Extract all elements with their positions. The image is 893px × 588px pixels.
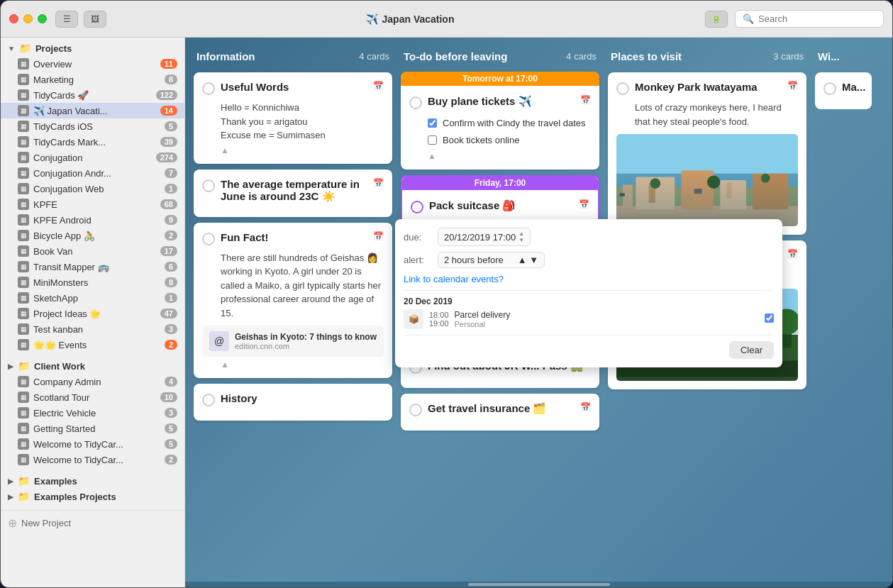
column-places-header: Places to visit 3 cards	[608, 46, 806, 67]
search-bar[interactable]: 🔍	[735, 10, 884, 28]
cindy-checkbox[interactable]	[428, 118, 437, 128]
book-checkbox[interactable]	[428, 135, 437, 145]
card-cal-icon-temp[interactable]: 📅	[373, 178, 384, 188]
card-cal-icon-monkey[interactable]: 📅	[787, 81, 798, 91]
book-label: Book tickets online	[443, 133, 519, 148]
examples-chevron: ▶	[8, 477, 13, 485]
card-circle-pack[interactable]	[411, 201, 423, 213]
alert-value: 2 hours before	[444, 255, 504, 265]
sidebar-item-bicycle[interactable]: ▦ Bicycle App 🚴 2	[1, 228, 184, 243]
examples-group-header[interactable]: ▶ 📁 Examples	[1, 473, 184, 489]
sidebar-item-test-kanban[interactable]: ▦ Test kanban 3	[1, 321, 184, 337]
examples-projects-header[interactable]: ▶ 📁 Examples Projects	[1, 489, 184, 504]
minimize-button[interactable]	[23, 14, 33, 23]
horizontal-scrollbar[interactable]	[185, 582, 892, 587]
scrollbar-thumb[interactable]	[468, 583, 610, 586]
card-circle-history[interactable]	[202, 394, 215, 406]
sidebar-item-conjugation[interactable]: ▦ Conjugation 274	[1, 150, 184, 165]
japan-label: ✈️ Japan Vacati...	[33, 106, 156, 116]
welcome-1-badge: 5	[165, 439, 177, 449]
stepper-up[interactable]: ▲	[518, 231, 524, 237]
tidycards-icon: ▦	[18, 89, 29, 101]
alert-stepper-up[interactable]: ▲	[518, 255, 527, 265]
new-project-button[interactable]: ⊕ New Project	[1, 510, 184, 536]
card-circle-fun[interactable]	[202, 233, 215, 245]
bicycle-label: Bicycle App 🚴	[33, 231, 160, 241]
due-stepper[interactable]: ▲ ▼	[518, 231, 524, 243]
sidebar-item-scotland[interactable]: ▦ Scotland Tour 10	[1, 389, 184, 405]
card-calendar-icon[interactable]: 📅	[373, 81, 384, 91]
sidebar-item-electric[interactable]: ▦ Electric Vehicle 3	[1, 405, 184, 421]
maximize-button[interactable]	[38, 14, 47, 23]
card-circle-plane[interactable]	[409, 96, 422, 109]
test-kanban-label: Test kanban	[33, 324, 160, 335]
sidebar-item-marketing[interactable]: ▦ Marketing 8	[1, 72, 184, 87]
welcome-2-icon: ▦	[18, 454, 29, 465]
welcome-1-icon: ▦	[18, 438, 29, 450]
column-information: Information 4 cards Useful Words 📅 Hello…	[194, 46, 392, 421]
alert-select[interactable]: 2 hours before ▲ ▼	[438, 252, 545, 268]
sidebar-item-sketchapp[interactable]: ▦ SketchApp 1	[1, 290, 184, 306]
card-circle-monkey[interactable]	[616, 82, 629, 95]
event-checkbox[interactable]	[765, 314, 774, 323]
projects-section: ▼ 📁 Projects ▦ Overview 11 ▦ Marketing 8…	[1, 38, 184, 355]
sidebar-item-japan[interactable]: ▦ ✈️ Japan Vacati... 14	[1, 103, 184, 118]
sidebar-item-kpfe[interactable]: ▦ KPFE 68	[1, 196, 184, 212]
sidebar-item-tidycards-mark[interactable]: ▦ TidyCards Mark... 39	[1, 134, 184, 150]
alert-stepper[interactable]: ▲ ▼	[518, 255, 538, 265]
card-cal-icon-fun[interactable]: 📅	[373, 231, 384, 241]
sidebar-item-welcome-1[interactable]: ▦ Welcome to TidyCar... 5	[1, 436, 184, 452]
sidebar-item-project-ideas[interactable]: ▦ Project Ideas 🌟 47	[1, 306, 184, 321]
close-button[interactable]	[9, 14, 18, 23]
sidebar-item-tidycards-ios[interactable]: ▦ TidyCards iOS 5	[1, 118, 184, 134]
sidebar-item-welcome-2[interactable]: ▦ Welcome to TidyCar... 2	[1, 452, 184, 467]
cindy-label: Confirm with Cindy the travel dates	[443, 116, 586, 131]
sidebar-item-minimonsters[interactable]: ▦ MiniMonsters 8	[1, 274, 184, 290]
card-cal-icon-plane[interactable]: 📅	[580, 95, 591, 105]
event-icon: 📦	[404, 309, 423, 329]
conjugation-android-icon: ▦	[18, 167, 29, 179]
card-cal-icon-insurance[interactable]: 📅	[580, 402, 591, 412]
due-input[interactable]: 20/12/2019 17:00 ▲ ▼	[438, 228, 531, 246]
link-calendar-text[interactable]: Link to calendar events?	[404, 274, 774, 284]
plane-arrow[interactable]: ▲	[409, 148, 591, 161]
sidebar-item-book-van[interactable]: ▦ Book Van 17	[1, 243, 184, 259]
photo-button[interactable]: 🖼	[84, 11, 106, 28]
alert-stepper-down[interactable]: ▼	[529, 255, 538, 265]
sidebar-item-getting-started[interactable]: ▦ Getting Started 5	[1, 421, 184, 436]
fun-fact-arrow[interactable]: ▲	[202, 357, 384, 370]
client-work-group-header[interactable]: ▶ 📁 Client Work	[1, 358, 184, 374]
card-circle[interactable]	[202, 82, 215, 95]
geisha-link[interactable]: @ Geishas in Kyoto: 7 things to know edi…	[202, 326, 384, 357]
card-cal-icon-pack[interactable]: 📅	[579, 199, 589, 209]
sidebar-item-kpfe-android[interactable]: ▦ KPFE Android 9	[1, 212, 184, 228]
company-admin-badge: 4	[165, 377, 177, 387]
card-expand-arrow[interactable]: ▲	[202, 143, 384, 155]
card-circle-insurance[interactable]	[409, 404, 422, 416]
card-cal-icon-kinkaku[interactable]: 📅	[787, 249, 798, 259]
sidebar-item-overview[interactable]: ▦ Overview 11	[1, 56, 184, 72]
marketing-badge: 8	[165, 74, 177, 84]
col-places-title: Places to visit	[611, 50, 682, 62]
sidebar-item-conjugation-web[interactable]: ▦ Conjugation Web 1	[1, 181, 184, 196]
projects-group-header[interactable]: ▼ 📁 Projects	[1, 40, 184, 56]
card-circle-temp[interactable]	[202, 179, 215, 192]
checkbox-cindy[interactable]: Confirm with Cindy the travel dates	[428, 115, 591, 132]
stepper-down[interactable]: ▼	[518, 237, 524, 243]
book-van-icon: ▦	[18, 245, 29, 257]
card-pack-suitcase: Friday, 17:00 Pack suitcase 🎒 📅 Present …	[401, 175, 599, 345]
electric-icon: ▦	[18, 407, 29, 418]
sidebar-item-transit[interactable]: ▦ Transit Mapper 🚌 6	[1, 259, 184, 274]
sidebar-item-events[interactable]: ▦ 🌟🌟 Events 2	[1, 337, 184, 353]
clear-button[interactable]: Clear	[729, 341, 774, 359]
checkbox-book[interactable]: Book tickets online	[428, 132, 591, 149]
sidebar-item-tidycards[interactable]: ▦ TidyCards 🚀 122	[1, 87, 184, 103]
sidebar-item-company-admin[interactable]: ▦ Company Admin 4	[1, 374, 184, 389]
card-circle-ma[interactable]	[823, 82, 836, 95]
search-input[interactable]	[758, 13, 876, 24]
conjugation-web-badge: 1	[165, 184, 177, 194]
sidebar-item-conjugation-android[interactable]: ▦ Conjugation Andr... 7	[1, 165, 184, 181]
sidebar-toggle-button[interactable]: ☰	[55, 11, 78, 28]
card-temperature: The average temperature in June is aroun…	[194, 170, 392, 217]
conjugation-web-label: Conjugation Web	[33, 184, 160, 194]
